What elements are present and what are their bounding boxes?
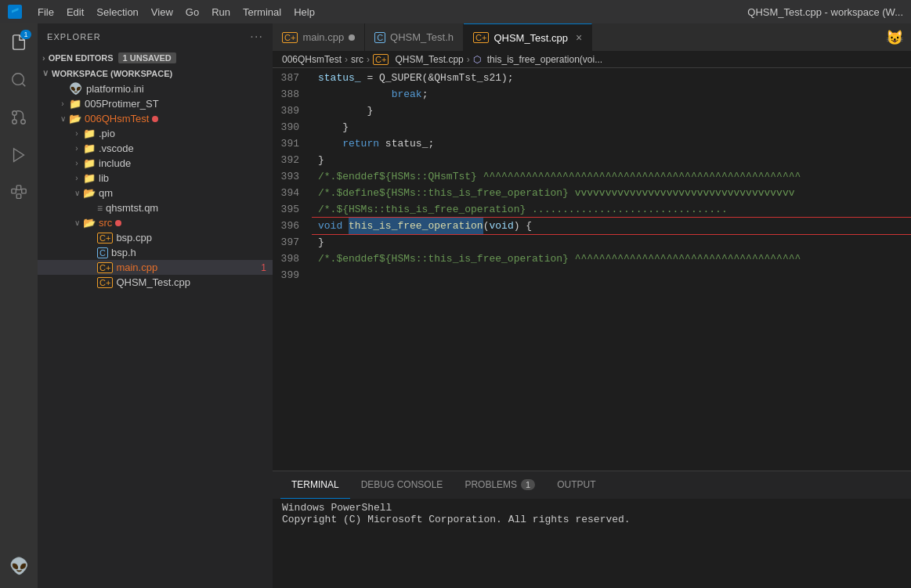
- code-line-393: /*.$enddef${HSMs::QHsmTst} ^^^^^^^^^^^^^…: [312, 168, 911, 185]
- output-tab-label: OUTPUT: [557, 479, 595, 490]
- menu-run[interactable]: Run: [211, 6, 230, 18]
- notification-badge: 1: [20, 30, 31, 39]
- chevron-down-icon: ∨: [70, 218, 83, 227]
- explorer-activity-icon[interactable]: 1: [3, 27, 34, 58]
- code-line-395: /*.${HSMs::this_is_free_operation} .....…: [312, 201, 911, 218]
- sidebar: EXPLORER ··· › OPEN EDITORS 1 UNSAVED ∨ …: [38, 23, 273, 588]
- sidebar-item-src[interactable]: ∨ 📂 src: [38, 215, 273, 230]
- sidebar-item-include[interactable]: › 📁 include: [38, 156, 273, 171]
- debug-console-tab[interactable]: DEBUG CONSOLE: [350, 471, 454, 499]
- chevron-down-icon: ∨: [70, 189, 83, 197]
- sidebar-item-main-cpp[interactable]: C+ main.cpp 1: [38, 260, 273, 275]
- folder-open-icon: 📂: [83, 187, 96, 199]
- modified-dot: [115, 220, 121, 226]
- cpp-file-icon: C+: [97, 233, 113, 243]
- svg-point-0: [13, 74, 24, 85]
- no-chevron: [85, 263, 97, 272]
- chevron-right-icon: ›: [70, 144, 83, 153]
- sidebar-item-pio[interactable]: › 📁 .pio: [38, 126, 273, 141]
- sidebar-item-label: .vscode: [99, 142, 134, 154]
- git-changes-badge: 1: [261, 262, 273, 273]
- svg-rect-7: [12, 189, 16, 193]
- no-chevron: [85, 204, 97, 212]
- line-numbers: 387 388 389 390 391 392 393 394 395 396 …: [273, 68, 312, 471]
- sidebar-item-lib[interactable]: › 📁 lib: [38, 171, 273, 186]
- cpp-file-icon: C+: [97, 277, 113, 288]
- sidebar-item-label: bsp.cpp: [116, 232, 152, 243]
- tabs-bar: C+ main.cpp C QHSM_Test.h C+ QHSM_Test.c…: [273, 23, 911, 51]
- sidebar-item-qm[interactable]: ∨ 📂 qm: [38, 186, 273, 200]
- tab-qhsm-test-cpp[interactable]: C+ QHSM_Test.cpp ×: [464, 23, 592, 51]
- folder-icon: 📁: [83, 142, 96, 154]
- code-line-394: /*.$define${HSMs::this_is_free_operation…: [312, 185, 911, 201]
- code-line-391: return status_;: [312, 135, 911, 152]
- tab-qhsm-test-h[interactable]: C QHSM_Test.h: [365, 23, 464, 51]
- menu-view[interactable]: View: [151, 6, 173, 18]
- title-bar: File Edit Selection View Go Run Terminal…: [0, 0, 911, 23]
- breadcrumb-file-icon: C+: [373, 54, 389, 65]
- menu-terminal[interactable]: Terminal: [243, 6, 281, 18]
- workspace-header[interactable]: ∨ WORKSPACE (WORKSPACE): [38, 66, 273, 81]
- extensions-activity-icon[interactable]: [3, 177, 34, 208]
- sidebar-item-005protimer[interactable]: › 📁 005Protimer_ST: [38, 96, 273, 111]
- modified-dot: [152, 116, 158, 122]
- platformio-activity-icon[interactable]: 👽: [3, 550, 34, 582]
- breadcrumb-part-1[interactable]: src: [351, 54, 363, 65]
- sidebar-item-label: qm: [99, 187, 113, 199]
- platformio-file-icon: 👽: [69, 82, 82, 95]
- sidebar-item-006qhsmtest[interactable]: ∨ 📂 006QHsmTest: [38, 111, 273, 126]
- sidebar-item-bsp-cpp[interactable]: C+ bsp.cpp: [38, 230, 273, 245]
- tab-close-button[interactable]: ×: [576, 31, 582, 44]
- menu-edit[interactable]: Edit: [67, 6, 84, 18]
- code-line-397: }: [312, 234, 911, 251]
- svg-point-3: [13, 111, 17, 116]
- modified-indicator: [349, 34, 355, 41]
- open-editors-label: OPEN EDITORS: [49, 53, 114, 63]
- run-activity-icon[interactable]: [3, 139, 34, 171]
- sidebar-item-label: include: [99, 157, 131, 169]
- breadcrumb-sep-0: ›: [345, 54, 348, 65]
- open-editors-header[interactable]: › OPEN EDITORS 1 UNSAVED: [38, 50, 273, 66]
- no-chevron: [85, 278, 97, 287]
- chevron-right-icon: ›: [70, 159, 83, 168]
- sidebar-item-label: .pio: [99, 128, 115, 139]
- breadcrumb-part-3[interactable]: this_is_free_operation(voi...: [487, 54, 602, 65]
- tab-bar-extras: 😺: [592, 23, 911, 51]
- terminal-tab[interactable]: TERMINAL: [280, 471, 350, 499]
- problems-tab[interactable]: PROBLEMS 1: [454, 471, 546, 499]
- code-line-398: /*.$enddef${HSMs::this_is_free_operation…: [312, 251, 911, 267]
- source-control-activity-icon[interactable]: [3, 102, 34, 133]
- sidebar-more-button[interactable]: ···: [250, 30, 263, 44]
- menu-selection[interactable]: Selection: [96, 6, 138, 18]
- svg-rect-9: [16, 194, 21, 199]
- tab-main-cpp[interactable]: C+ main.cpp: [273, 23, 365, 51]
- svg-point-4: [13, 120, 17, 124]
- sidebar-item-bsp-h[interactable]: C bsp.h: [38, 245, 273, 260]
- sidebar-item-label: qhsmtst.qm: [106, 202, 158, 214]
- sidebar-item-qhsmtst-qm[interactable]: ≡ qhsmtst.qm: [38, 200, 273, 215]
- c-file-icon: C: [97, 247, 108, 258]
- code-editor[interactable]: 387 388 389 390 391 392 393 394 395 396 …: [273, 68, 911, 471]
- menu-go[interactable]: Go: [186, 6, 199, 18]
- breadcrumb-part-0[interactable]: 006QHsmTest: [282, 54, 342, 65]
- workspace-label: WORKSPACE (WORKSPACE): [52, 69, 172, 78]
- output-tab[interactable]: OUTPUT: [546, 471, 606, 499]
- sidebar-header: EXPLORER ···: [38, 23, 273, 50]
- code-content[interactable]: status_ = Q_SUPER(&QHsmTst_s21); break; …: [312, 68, 911, 471]
- sidebar-item-qhsm-test-cpp[interactable]: C+ QHSM_Test.cpp: [38, 275, 273, 290]
- terminal-content[interactable]: Windows PowerShell Copyright (C) Microso…: [273, 499, 911, 588]
- sidebar-item-platformio-ini[interactable]: 👽 platformio.ini: [38, 81, 273, 96]
- menu-help[interactable]: Help: [294, 6, 315, 18]
- breadcrumb-func-icon: ⬡: [473, 54, 481, 65]
- breadcrumb-part-2[interactable]: QHSM_Test.cpp: [395, 54, 463, 65]
- svg-marker-6: [14, 149, 24, 162]
- code-line-389: }: [312, 103, 911, 119]
- chevron-right-icon: ›: [56, 99, 69, 108]
- svg-point-2: [21, 120, 26, 124]
- code-line-390: }: [312, 119, 911, 135]
- svg-line-1: [22, 83, 25, 86]
- menu-file[interactable]: File: [38, 6, 54, 18]
- terminal-tab-label: TERMINAL: [291, 479, 339, 490]
- search-activity-icon[interactable]: [3, 64, 34, 96]
- sidebar-item-vscode[interactable]: › 📁 .vscode: [38, 141, 273, 156]
